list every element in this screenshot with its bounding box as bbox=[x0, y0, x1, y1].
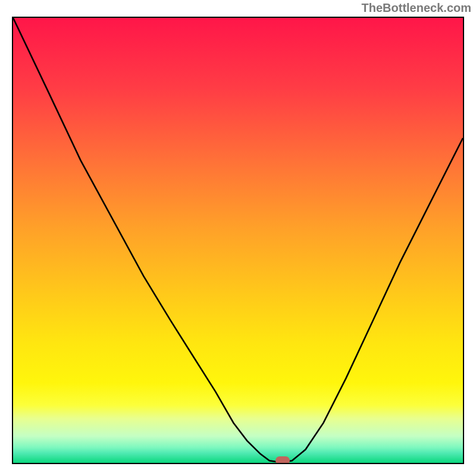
optimal-marker-icon bbox=[275, 456, 290, 464]
plot-area bbox=[12, 17, 464, 464]
bottleneck-curve bbox=[13, 18, 463, 463]
attribution-label: TheBottleneck.com bbox=[362, 1, 471, 15]
chart-container: TheBottleneck.com bbox=[0, 0, 476, 476]
